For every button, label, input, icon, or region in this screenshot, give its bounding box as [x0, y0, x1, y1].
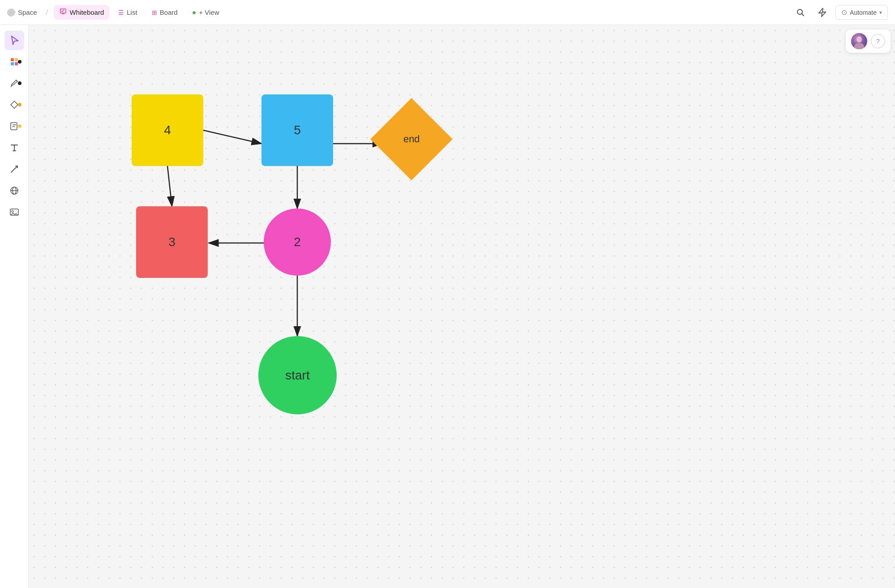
svg-rect-3	[11, 62, 14, 65]
note-tool[interactable]	[4, 116, 24, 136]
node-5-label: 5	[294, 123, 301, 137]
add-view-label: + View	[199, 9, 219, 16]
node-4-label: 4	[164, 123, 171, 137]
svg-rect-1	[11, 58, 14, 61]
board-tab-icon: ⊞	[152, 9, 157, 16]
canvas-area[interactable]: 4 5 end 3 2 start	[29, 25, 895, 588]
svg-rect-4	[15, 62, 18, 65]
pen-tool[interactable]	[4, 73, 24, 93]
automate-chevron-icon: ▾	[879, 9, 882, 16]
node-2[interactable]: 2	[264, 209, 331, 276]
node-start[interactable]: start	[258, 336, 337, 414]
list-tab-label: List	[127, 9, 137, 16]
topbar: Space / Whiteboard ☰ List ⊞ Board ● + Vi…	[0, 0, 895, 25]
list-tab-icon: ☰	[118, 9, 124, 16]
select-tool[interactable]	[4, 30, 24, 50]
tab-board[interactable]: ⊞ Board	[146, 6, 183, 19]
help-button[interactable]: ?	[871, 34, 885, 48]
node-end-label: end	[403, 133, 420, 145]
tab-add-view[interactable]: ● + View	[187, 6, 225, 19]
node-start-label: start	[285, 368, 309, 383]
automate-icon: ⊙	[841, 8, 847, 17]
arrow-4-to-3	[167, 166, 172, 206]
user-avatar[interactable]	[851, 33, 867, 49]
svg-point-12	[856, 36, 862, 43]
node-4[interactable]: 4	[132, 94, 203, 166]
automate-label: Automate	[850, 9, 877, 16]
topbar-right: ⊙ Automate ▾	[792, 4, 888, 21]
svg-rect-2	[15, 58, 18, 61]
space-icon	[7, 9, 15, 17]
automate-button[interactable]: ⊙ Automate ▾	[835, 5, 888, 20]
node-2-label: 2	[294, 235, 301, 249]
search-button[interactable]	[792, 4, 809, 21]
help-icon: ?	[876, 38, 880, 45]
space-label[interactable]: Space	[18, 9, 37, 16]
pen-tool-indicator	[18, 81, 21, 85]
tab-list[interactable]: ☰ List	[113, 6, 142, 19]
node-5[interactable]: 5	[261, 94, 333, 166]
draw-tool-indicator	[18, 60, 21, 64]
image-tool[interactable]	[4, 202, 24, 222]
node-end[interactable]: end	[370, 98, 453, 180]
arrow-connector-tool[interactable]	[4, 159, 24, 179]
node-3-label: 3	[168, 235, 176, 249]
main-area: 4 5 end 3 2 start	[0, 25, 895, 588]
whiteboard-tab-icon	[59, 8, 67, 17]
board-tab-label: Board	[160, 9, 178, 16]
node-3[interactable]: 3	[136, 206, 208, 278]
globe-tool[interactable]	[4, 181, 24, 200]
whiteboard-tab-label: Whiteboard	[70, 9, 104, 16]
svg-rect-5	[11, 123, 17, 130]
note-tool-indicator	[18, 124, 21, 128]
shape-tool-indicator	[18, 103, 21, 107]
shape-tool[interactable]	[4, 95, 24, 115]
tab-whiteboard[interactable]: Whiteboard	[54, 5, 110, 20]
user-panel: ?	[846, 30, 891, 53]
add-view-icon: ●	[192, 9, 197, 17]
draw-tool[interactable]	[4, 52, 24, 72]
space-nav[interactable]: Space	[7, 9, 37, 17]
arrow-4-to-5	[203, 130, 261, 144]
lightning-button[interactable]	[814, 4, 830, 21]
nav-divider: /	[46, 8, 48, 17]
svg-point-9	[12, 210, 13, 212]
text-tool[interactable]	[4, 138, 24, 158]
left-toolbar	[0, 25, 29, 588]
